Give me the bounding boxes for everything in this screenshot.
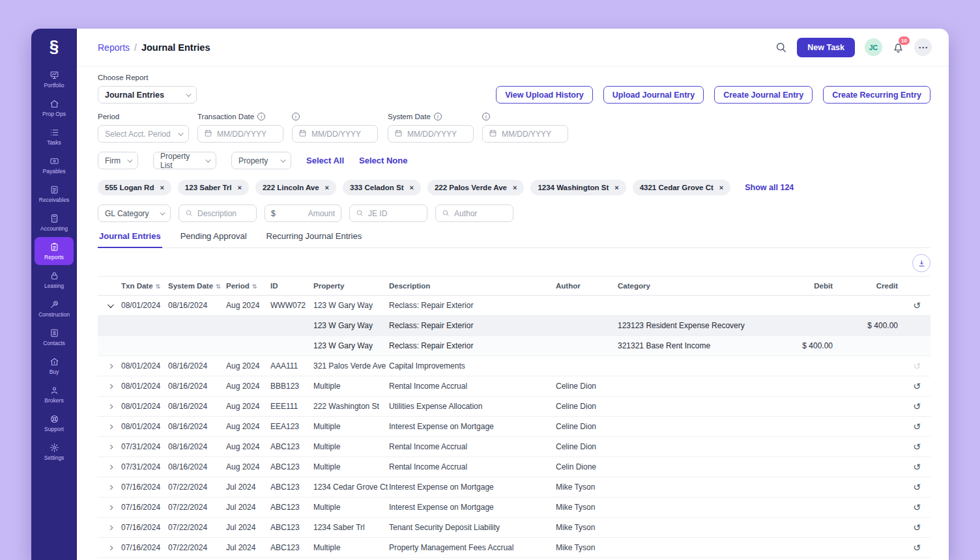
reverse-entry-icon[interactable] [913,422,921,431]
chip-remove-icon[interactable] [513,184,517,191]
table-row[interactable]: 07/16/202407/22/2024Jul 2024ABC1231234 C… [98,477,930,497]
chevron-right-icon[interactable] [106,546,113,550]
sidebar-item-prop-ops[interactable]: Prop Ops [35,94,74,122]
table-row[interactable]: 07/16/202407/22/2024Jul 2024ABC123Multip… [98,538,930,558]
description-filter[interactable] [179,204,257,222]
firm-select[interactable]: Firm [98,152,138,169]
chip-remove-icon[interactable] [614,184,618,191]
sidebar-item-payables[interactable]: Payables [35,151,74,179]
avatar[interactable]: JC [865,38,882,56]
reverse-entry-icon[interactable] [913,503,921,512]
upload-journal-entry-button[interactable]: Upload Journal Entry [603,86,704,104]
sidebar-item-buy[interactable]: Buy [35,352,74,380]
chip-remove-icon[interactable] [719,184,723,191]
sidebar-item-tasks[interactable]: Tasks [35,122,74,150]
select-all-link[interactable]: Select All [306,156,344,165]
info-icon[interactable] [257,113,265,120]
je-id-field[interactable] [368,209,421,218]
notifications-button[interactable]: 10 [892,41,904,53]
table-row[interactable]: 08/01/202408/16/2024Aug 2024BBB123Multip… [98,376,930,397]
property-chip[interactable]: 333 Celadon St [343,180,421,195]
header-system-date[interactable]: System Date [168,282,226,290]
property-chip[interactable]: 4321 Cedar Grove Ct [633,180,731,195]
chip-remove-icon[interactable] [237,184,241,191]
sidebar-item-brokers[interactable]: Brokers [35,380,74,408]
reverse-entry-icon[interactable] [913,483,921,492]
amount-filter[interactable]: $ [265,204,341,222]
transaction-date-from-field[interactable] [217,130,277,139]
system-date-from-input[interactable] [388,125,474,143]
table-row[interactable]: 08/01/202408/16/2024Aug 2024EEA123Multip… [98,417,930,437]
author-filter[interactable] [435,204,513,222]
system-date-to-field[interactable] [502,130,562,139]
table-row[interactable]: 08/01/202408/16/2024Aug 2024AAA111321 Pa… [98,356,930,376]
reverse-entry-icon[interactable] [913,402,921,411]
show-all-link[interactable]: Show all 124 [745,183,794,192]
download-button[interactable] [912,254,930,272]
chevron-right-icon[interactable] [106,404,113,409]
chip-remove-icon[interactable] [410,184,414,191]
breadcrumb-reports-link[interactable]: Reports [98,42,130,53]
property-chip[interactable]: 222 Palos Verde Ave [427,180,524,195]
table-row[interactable]: 07/31/202408/16/2024Aug 2024ABC123Multip… [98,457,930,477]
reverse-entry-icon[interactable] [913,523,921,532]
property-list-select[interactable]: Property List [153,152,216,169]
info-icon[interactable] [482,113,490,120]
sidebar-item-receivables[interactable]: Receivables [35,180,74,208]
sidebar-item-settings[interactable]: Settings [35,438,74,466]
amount-field[interactable] [280,209,335,218]
header-txn-date[interactable]: Txn Date [121,282,168,290]
info-icon[interactable] [292,113,300,120]
create-recurring-entry-button[interactable]: Create Recurring Entry [823,86,930,104]
select-none-link[interactable]: Select None [359,156,407,165]
header-period[interactable]: Period [226,282,270,290]
view-upload-history-button[interactable]: View Upload History [496,86,593,104]
chevron-right-icon[interactable] [106,525,113,530]
property-chip[interactable]: 123 Saber Trl [178,180,249,195]
new-task-button[interactable]: New Task [797,38,855,57]
property-chip[interactable]: 1234 Washington St [530,180,626,195]
chip-remove-icon[interactable] [325,184,329,191]
tab-journal-entries[interactable]: Journal Entries [98,231,162,248]
transaction-date-to-field[interactable] [311,130,371,139]
tab-pending-approval[interactable]: Pending Approval [179,231,248,247]
table-row[interactable]: 07/16/202407/22/2024Jul 2024ABC1231234 S… [98,518,930,538]
table-row[interactable]: 07/31/202408/16/2024Aug 2024ABC123Multip… [98,437,930,457]
app-logo[interactable] [31,29,77,64]
transaction-date-from-input[interactable] [197,125,283,143]
reverse-entry-icon[interactable] [913,361,921,371]
transaction-date-to-input[interactable] [292,125,378,143]
tab-recurring-journal-entries[interactable]: Recurring Journal Entries [265,231,364,247]
sidebar-item-portfolio[interactable]: Portfolio [35,65,74,93]
table-row[interactable]: 08/01/202408/16/2024Aug 2024WWW072123 W … [98,296,930,316]
description-field[interactable] [197,209,250,218]
search-icon[interactable] [775,41,787,53]
reverse-entry-icon[interactable] [913,462,921,471]
reverse-entry-icon[interactable] [913,442,921,451]
sidebar-item-construction[interactable]: Construction [35,294,74,322]
chevron-right-icon[interactable] [106,384,113,389]
sidebar-item-leasing[interactable]: Leasing [35,266,74,294]
reverse-entry-icon[interactable] [913,543,921,552]
chevron-right-icon[interactable] [106,485,113,490]
more-options-button[interactable] [914,38,932,56]
chevron-right-icon[interactable] [106,505,113,510]
sidebar-item-reports[interactable]: Reports [35,237,74,265]
create-journal-entry-button[interactable]: Create Journal Entry [714,86,813,104]
system-date-to-input[interactable] [482,125,568,143]
period-select[interactable]: Select Acct. Period [98,125,189,143]
chevron-right-icon[interactable] [106,425,113,429]
chevron-right-icon[interactable] [106,465,113,469]
property-select[interactable]: Property [231,152,291,169]
table-row[interactable]: 08/01/202408/16/2024Aug 2024EEE111222 Wa… [98,397,930,417]
sidebar-item-support[interactable]: Support [35,409,74,437]
reverse-entry-icon[interactable] [913,301,921,310]
chip-remove-icon[interactable] [160,184,164,191]
gl-category-select[interactable]: GL Category [98,204,171,222]
info-icon[interactable] [434,113,442,120]
table-row[interactable]: 07/16/202407/22/2024Jul 2024ABC123Multip… [98,497,930,518]
property-chip[interactable]: 555 Logan Rd [98,180,171,195]
reverse-entry-icon[interactable] [913,382,921,391]
property-chip[interactable]: 222 Lincoln Ave [255,180,336,195]
author-field[interactable] [454,209,507,218]
